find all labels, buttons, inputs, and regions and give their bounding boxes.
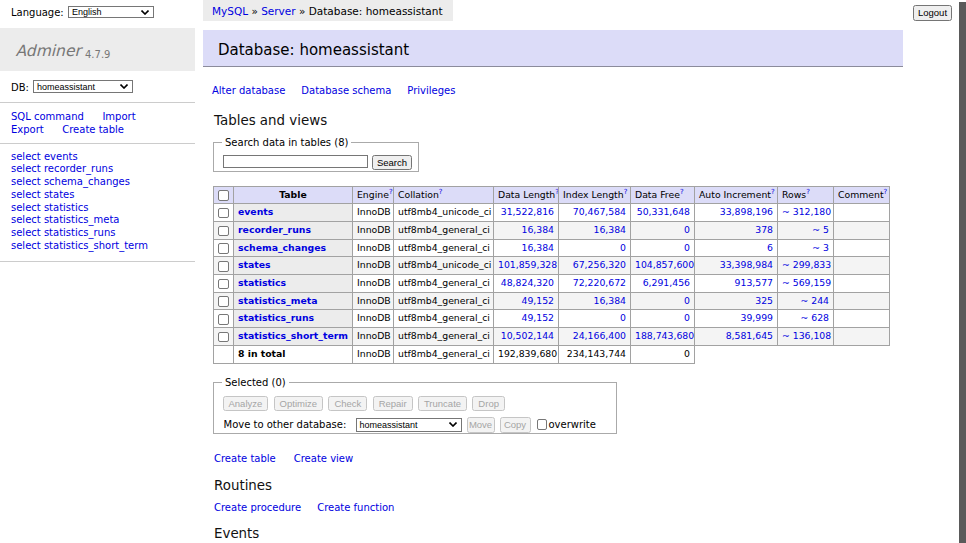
optimize-button[interactable]: Optimize — [274, 396, 323, 412]
cell-engine: InnoDB — [353, 292, 394, 310]
data-length-link[interactable]: 49,152 — [521, 295, 554, 306]
cell-collation: utf8mb4_general_ci — [394, 328, 494, 346]
auto-increment-link[interactable]: 325 — [755, 295, 773, 306]
row-checkbox[interactable] — [218, 243, 229, 254]
data-length-link[interactable]: 31,522,816 — [501, 206, 554, 217]
data-free-link[interactable]: 104,857,600 — [635, 259, 694, 270]
cell-comment — [834, 310, 890, 328]
row-checkbox[interactable] — [218, 296, 229, 307]
auto-increment-link[interactable]: 33,398,984 — [720, 259, 773, 270]
cell-engine: InnoDB — [353, 221, 394, 239]
column-hint-icon[interactable]: ? — [389, 188, 393, 196]
search-input[interactable] — [223, 155, 368, 168]
link-create-procedure[interactable]: Create procedure — [214, 502, 301, 513]
column-hint-icon[interactable]: ? — [884, 188, 888, 196]
index-length-link[interactable]: 72,220,672 — [573, 277, 626, 288]
table-name-link[interactable]: states — [238, 259, 271, 270]
cell-data-length: 16,384 — [494, 221, 559, 239]
link-create-view[interactable]: Create view — [294, 453, 353, 464]
data-free-link[interactable]: 188,743,680 — [635, 330, 694, 341]
column-hint-icon[interactable]: ? — [439, 188, 443, 196]
row-checkbox[interactable] — [218, 314, 229, 325]
data-free-link[interactable]: 0 — [684, 295, 690, 306]
table-head: TableEngine?Collation?Data Length?Index … — [214, 186, 890, 204]
table-name-link[interactable]: events — [238, 206, 273, 217]
auto-increment-link[interactable]: 378 — [755, 224, 773, 235]
vertical-scrollbar[interactable] — [959, 2, 966, 543]
auto-increment-link[interactable]: 6 — [767, 242, 773, 253]
table-name-link[interactable]: statistics_short_term — [238, 330, 348, 341]
table-name-link[interactable]: schema_changes — [238, 242, 326, 253]
rows-link[interactable]: ~ 244 — [801, 295, 830, 306]
table-name-link[interactable]: statistics_meta — [238, 295, 317, 306]
data-length-link[interactable]: 16,384 — [521, 224, 554, 235]
index-length-link[interactable]: 16,384 — [593, 295, 626, 306]
index-length-link[interactable]: 70,467,584 — [573, 206, 626, 217]
row-checkbox[interactable] — [218, 279, 229, 290]
overwrite-checkbox[interactable] — [537, 419, 548, 430]
link-create-table[interactable]: Create table — [214, 453, 276, 464]
cell-comment — [834, 239, 890, 257]
data-free-link[interactable]: 6,291,456 — [643, 277, 690, 288]
row-checkbox[interactable] — [218, 226, 229, 237]
row-checkbox[interactable] — [218, 332, 229, 343]
logout-button[interactable]: Logout — [913, 5, 952, 21]
data-length-link[interactable]: 48,824,320 — [501, 277, 554, 288]
nav-link-privileges[interactable]: Privileges — [407, 85, 455, 96]
data-free-link[interactable]: 0 — [684, 312, 690, 323]
drop-button[interactable]: Drop — [472, 396, 505, 412]
auto-increment-link[interactable]: 39,999 — [740, 312, 773, 323]
column-hint-icon[interactable]: ? — [680, 188, 684, 196]
check-button[interactable]: Check — [328, 396, 367, 412]
link-create-function[interactable]: Create function — [317, 502, 394, 513]
cell-table-name: states — [234, 257, 353, 275]
nav-link-database-schema[interactable]: Database schema — [301, 85, 391, 96]
move-button[interactable]: Move — [467, 417, 495, 433]
rows-link[interactable]: ~ 5 — [812, 224, 829, 235]
column-hint-icon[interactable]: ? — [806, 188, 810, 196]
auto-increment-link[interactable]: 33,898,196 — [720, 206, 773, 217]
breadcrumb-link-mysql[interactable]: MySQL — [212, 5, 248, 17]
repair-button[interactable]: Repair — [373, 396, 413, 412]
analyze-button[interactable]: Analyze — [223, 396, 269, 412]
rows-link[interactable]: ~ 569,159 — [782, 277, 831, 288]
index-length-link[interactable]: 0 — [620, 312, 626, 323]
data-length-link[interactable]: 49,152 — [521, 312, 554, 323]
create-links: Create tableCreate view — [214, 453, 371, 464]
index-length-link[interactable]: 67,256,320 — [573, 259, 626, 270]
select-all-checkbox[interactable] — [218, 190, 229, 201]
truncate-button[interactable]: Truncate — [418, 396, 467, 412]
data-free-link[interactable]: 0 — [684, 242, 690, 253]
index-length-link[interactable]: 0 — [620, 242, 626, 253]
move-database-select[interactable]: homeassistant — [356, 418, 462, 432]
nav-link-alter-database[interactable]: Alter database — [212, 85, 285, 96]
auto-increment-link[interactable]: 913,577 — [735, 277, 773, 288]
row-checkbox[interactable] — [218, 208, 229, 219]
row-checkbox[interactable] — [218, 261, 229, 272]
table-name-link[interactable]: statistics_runs — [238, 312, 314, 323]
rows-link[interactable]: ~ 136,108 — [782, 330, 831, 341]
data-length-link[interactable]: 10,502,144 — [501, 330, 554, 341]
rows-link[interactable]: ~ 628 — [801, 312, 830, 323]
rows-link[interactable]: ~ 299,833 — [782, 259, 831, 270]
index-length-link[interactable]: 24,166,400 — [573, 330, 626, 341]
search-button[interactable]: Search — [372, 155, 412, 170]
breadcrumb-link-server[interactable]: Server — [261, 5, 295, 17]
data-free-link[interactable]: 0 — [684, 224, 690, 235]
data-free-link[interactable]: 50,331,648 — [637, 206, 690, 217]
data-length-link[interactable]: 16,384 — [521, 242, 554, 253]
column-hint-icon[interactable]: ? — [624, 188, 628, 196]
cell-data-length: 10,502,144 — [494, 328, 559, 346]
cell-index-length: 0 — [559, 310, 631, 328]
column-hint-icon[interactable]: ? — [771, 188, 775, 196]
index-length-link[interactable]: 16,384 — [593, 224, 626, 235]
auto-increment-link[interactable]: 8,581,645 — [726, 330, 773, 341]
rows-link[interactable]: ~ 3 — [812, 242, 829, 253]
copy-button[interactable]: Copy — [500, 417, 531, 433]
table-name-link[interactable]: statistics — [238, 277, 286, 288]
cell-data-free: 50,331,648 — [631, 204, 695, 222]
table-name-link[interactable]: recorder_runs — [238, 224, 311, 235]
events-heading: Events — [214, 526, 259, 542]
rows-link[interactable]: ~ 312,180 — [782, 206, 831, 217]
data-length-link[interactable]: 101,859,328 — [498, 259, 557, 270]
